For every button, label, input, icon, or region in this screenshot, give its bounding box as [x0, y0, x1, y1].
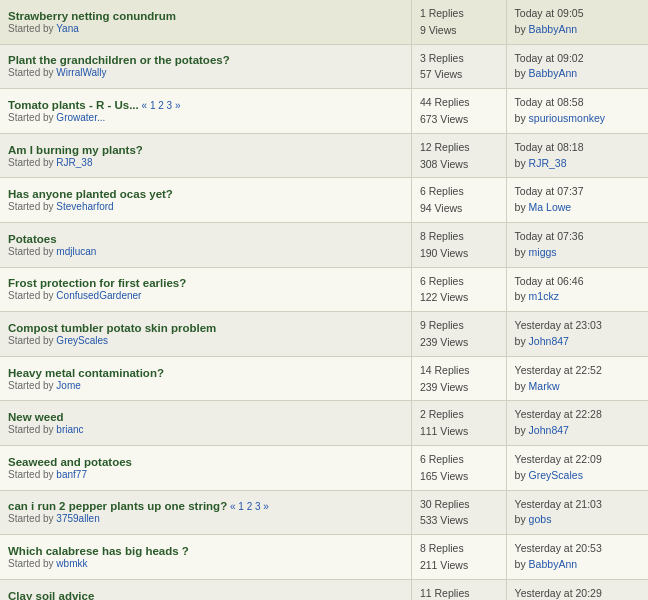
table-row: Clay soil adviceStarted by the storm fis… [0, 579, 648, 600]
topic-starter: Started by Steveharford [8, 201, 403, 212]
table-row: Am I burning my plants?Started by RJR_38… [0, 133, 648, 178]
stats-cell: 6 Replies165 Views [411, 445, 506, 490]
last-post-cell: Yesterday at 22:28by John847 [506, 401, 648, 446]
topic-title[interactable]: Plant the grandchildren or the potatoes? [8, 54, 230, 66]
view-count: 211 Views [420, 559, 468, 571]
last-poster-link[interactable]: spuriousmonkey [529, 112, 605, 124]
last-post-time: Today at 06:46 [515, 275, 584, 287]
starter-link[interactable]: banf77 [56, 469, 87, 480]
starter-link[interactable]: RJR_38 [56, 157, 92, 168]
last-post-time: Today at 09:02 [515, 52, 584, 64]
topic-title[interactable]: Frost protection for first earlies? [8, 277, 186, 289]
page-links: « 1 2 3 » [227, 501, 269, 512]
reply-count: 30 Replies [420, 498, 470, 510]
last-poster-link[interactable]: John847 [529, 424, 569, 436]
last-poster-link[interactable]: gobs [529, 513, 552, 525]
view-count: 190 Views [420, 247, 468, 259]
topic-title[interactable]: Strawberry netting conundrum [8, 10, 176, 22]
starter-link[interactable]: Growater... [56, 112, 105, 123]
last-post-cell: Today at 07:37by Ma Lowe [506, 178, 648, 223]
last-poster-link[interactable]: Markw [529, 380, 560, 392]
reply-count: 44 Replies [420, 96, 470, 108]
topic-title[interactable]: Compost tumbler potato skin problem [8, 322, 216, 334]
topic-title[interactable]: Has anyone planted ocas yet? [8, 188, 173, 200]
starter-link[interactable]: mdjlucan [56, 246, 96, 257]
reply-count: 1 Replies [420, 7, 464, 19]
table-row: PotatoesStarted by mdjlucan8 Replies190 … [0, 222, 648, 267]
stats-cell: 3 Replies57 Views [411, 44, 506, 89]
last-poster-link[interactable]: BabbyAnn [529, 67, 577, 79]
last-post-cell: Today at 07:36by miggs [506, 222, 648, 267]
topic-cell: Am I burning my plants?Started by RJR_38 [0, 133, 411, 178]
topic-cell: can i run 2 pepper plants up one string?… [0, 490, 411, 535]
view-count: 673 Views [420, 113, 468, 125]
table-row: Heavy metal contamination?Started by Jom… [0, 356, 648, 401]
reply-count: 2 Replies [420, 408, 464, 420]
last-post-cell: Yesterday at 23:03by John847 [506, 312, 648, 357]
topic-title[interactable]: can i run 2 pepper plants up one string? [8, 500, 227, 512]
last-post-time: Today at 08:58 [515, 96, 584, 108]
last-poster-link[interactable]: John847 [529, 335, 569, 347]
last-poster-link[interactable]: RJR_38 [529, 157, 567, 169]
stats-cell: 8 Replies190 Views [411, 222, 506, 267]
topic-title[interactable]: Clay soil advice [8, 590, 94, 600]
starter-link[interactable]: Jome [56, 380, 80, 391]
topic-starter: Started by RJR_38 [8, 157, 403, 168]
topic-title[interactable]: Am I burning my plants? [8, 144, 143, 156]
topic-starter: Started by Jome [8, 380, 403, 391]
topic-title[interactable]: Potatoes [8, 233, 57, 245]
last-poster-link[interactable]: GreyScales [529, 469, 583, 481]
topic-title[interactable]: Seaweed and potatoes [8, 456, 132, 468]
topic-title[interactable]: New weed [8, 411, 64, 423]
last-poster-link[interactable]: BabbyAnn [529, 558, 577, 570]
topic-cell: Compost tumbler potato skin problemStart… [0, 312, 411, 357]
last-poster-link[interactable]: BabbyAnn [529, 23, 577, 35]
table-row: Compost tumbler potato skin problemStart… [0, 312, 648, 357]
last-post-time: Today at 07:37 [515, 185, 584, 197]
last-post-time: Yesterday at 20:53 [515, 542, 602, 554]
view-count: 122 Views [420, 291, 468, 303]
reply-count: 14 Replies [420, 364, 470, 376]
last-post-time: Yesterday at 21:03 [515, 498, 602, 510]
topic-starter: Started by Yana [8, 23, 403, 34]
last-poster-link[interactable]: m1ckz [529, 290, 559, 302]
starter-link[interactable]: wbmkk [56, 558, 87, 569]
stats-cell: 12 Replies308 Views [411, 133, 506, 178]
reply-count: 12 Replies [420, 141, 470, 153]
reply-count: 6 Replies [420, 453, 464, 465]
reply-count: 6 Replies [420, 275, 464, 287]
stats-cell: 6 Replies122 Views [411, 267, 506, 312]
starter-link[interactable]: Steveharford [56, 201, 113, 212]
starter-link[interactable]: WirralWally [56, 67, 106, 78]
topic-cell: Frost protection for first earlies?Start… [0, 267, 411, 312]
starter-link[interactable]: 3759allen [56, 513, 99, 524]
last-poster-link[interactable]: Ma Lowe [529, 201, 572, 213]
topic-title[interactable]: Tomato plants - R - Us... [8, 99, 139, 111]
table-row: Plant the grandchildren or the potatoes?… [0, 44, 648, 89]
last-post-time: Yesterday at 23:03 [515, 319, 602, 331]
topic-cell: Which calabrese has big heads ?Started b… [0, 535, 411, 580]
last-post-time: Today at 07:36 [515, 230, 584, 242]
view-count: 239 Views [420, 381, 468, 393]
last-post-time: Yesterday at 20:29 [515, 587, 602, 599]
topic-title[interactable]: Heavy metal contamination? [8, 367, 164, 379]
reply-count: 8 Replies [420, 542, 464, 554]
stats-cell: 11 Replies244 Views [411, 579, 506, 600]
last-post-time: Yesterday at 22:52 [515, 364, 602, 376]
stats-cell: 8 Replies211 Views [411, 535, 506, 580]
table-row: Frost protection for first earlies?Start… [0, 267, 648, 312]
starter-link[interactable]: GreyScales [56, 335, 108, 346]
reply-count: 8 Replies [420, 230, 464, 242]
starter-link[interactable]: Yana [56, 23, 79, 34]
last-post-cell: Yesterday at 22:52by Markw [506, 356, 648, 401]
stats-cell: 9 Replies239 Views [411, 312, 506, 357]
stats-cell: 14 Replies239 Views [411, 356, 506, 401]
topic-starter: Started by banf77 [8, 469, 403, 480]
view-count: 308 Views [420, 158, 468, 170]
table-row: Has anyone planted ocas yet?Started by S… [0, 178, 648, 223]
starter-link[interactable]: brianc [56, 424, 83, 435]
last-poster-link[interactable]: miggs [529, 246, 557, 258]
stats-cell: 44 Replies673 Views [411, 89, 506, 134]
starter-link[interactable]: ConfusedGardener [56, 290, 141, 301]
topic-title[interactable]: Which calabrese has big heads ? [8, 545, 189, 557]
